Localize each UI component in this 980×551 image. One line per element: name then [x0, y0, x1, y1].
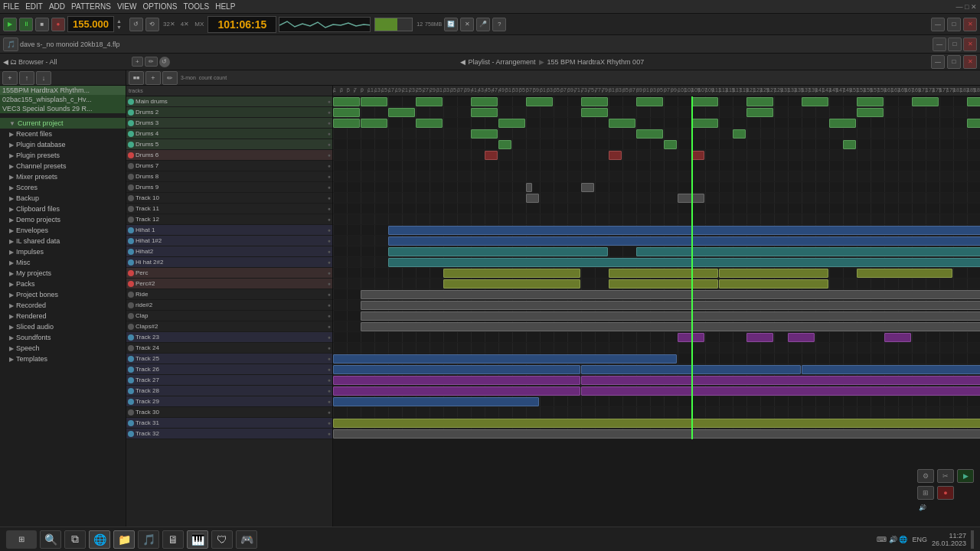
track-mute-3[interactable]: ●	[328, 131, 331, 136]
track-name-row-2[interactable]: Drums 3 ●	[126, 118, 332, 129]
clip-t4-s48[interactable]	[498, 140, 511, 149]
track-row-11[interactable]	[333, 214, 980, 225]
track-name-row-26[interactable]: Track 27 ●	[126, 375, 332, 386]
track-name-row-7[interactable]: Drums 8 ●	[126, 171, 332, 182]
playlist-max[interactable]: □	[947, 55, 961, 69]
clip-t0-s40[interactable]	[471, 97, 498, 106]
clip-t25-s0[interactable]	[333, 365, 580, 374]
browser-item-il-shared[interactable]: ▶ IL shared data	[0, 236, 126, 246]
clip-t17-s80[interactable]	[609, 279, 718, 289]
track-row-26[interactable]	[333, 375, 980, 386]
bpm-display[interactable]: 155.000	[67, 16, 114, 32]
clip-t26-s72[interactable]	[581, 376, 980, 385]
browser-nav-back[interactable]: ◀	[3, 58, 8, 66]
clip-t0-s152[interactable]	[857, 97, 884, 106]
clip-t0-s120[interactable]	[746, 97, 773, 106]
track-mute-0[interactable]: ●	[328, 99, 331, 104]
track-mute-2[interactable]: ●	[328, 120, 331, 126]
clip-t22-s132[interactable]	[788, 333, 815, 342]
track-name-row-4[interactable]: Drums 5 ●	[126, 139, 332, 150]
browser-item-misc[interactable]: ▶ Misc	[0, 257, 126, 268]
clip-t8-s72[interactable]	[581, 183, 594, 192]
track-mute-24[interactable]: ●	[328, 356, 331, 361]
track-name-row-16[interactable]: Perc ●	[126, 268, 332, 279]
track-mute-23[interactable]: ●	[328, 345, 331, 350]
browser-refresh-btn[interactable]: ↺	[159, 57, 170, 67]
clip-t14-s16[interactable]	[388, 247, 608, 256]
browser-item-backup[interactable]: ▶ Backup	[0, 193, 126, 204]
clip-t0-s184[interactable]	[967, 97, 980, 106]
track-row-3[interactable]	[333, 129, 980, 139]
browser-item-current-project[interactable]: ▼ Current project	[0, 118, 126, 129]
clip-t0-s0[interactable]	[333, 97, 360, 106]
track-row-23[interactable]	[333, 343, 980, 354]
track-name-row-30[interactable]: Track 31 ●	[126, 418, 332, 429]
track-row-22[interactable]	[333, 332, 980, 343]
track-name-row-9[interactable]: Track 10 ●	[126, 193, 332, 204]
corner-btn-2[interactable]: ✂	[937, 469, 954, 483]
menu-patterns[interactable]: PATTERNS	[71, 2, 111, 11]
clip-t5-s44[interactable]	[485, 151, 498, 160]
track-name-row-10[interactable]: Track 11 ●	[126, 204, 332, 214]
clip-t14-s88[interactable]	[636, 247, 980, 256]
clip-t17-s32[interactable]	[443, 279, 580, 289]
close-button[interactable]: ✕	[963, 18, 977, 31]
browser-add-btn[interactable]: +	[132, 57, 143, 67]
track-row-10[interactable]	[333, 204, 980, 214]
clip-t28-s0[interactable]	[333, 397, 539, 406]
pause-button[interactable]: ⏸	[19, 18, 33, 31]
browser-item-channel-presets[interactable]: ▶ Channel presets	[0, 161, 126, 171]
file-item-2[interactable]: VEC3 Special Sounds 29 R...	[0, 104, 126, 113]
taskbar-fl-studio[interactable]: 🎹	[187, 530, 208, 549]
track-name-row-11[interactable]: Track 12 ●	[126, 214, 332, 225]
clip-t27-s72[interactable]	[581, 386, 980, 396]
browser-item-sliced[interactable]: ▶ Sliced audio	[0, 321, 126, 332]
track-name-row-28[interactable]: Track 29 ●	[126, 396, 332, 407]
track-name-row-18[interactable]: Ride ●	[126, 289, 332, 300]
track-row-6[interactable]	[333, 161, 980, 171]
clip-t2-s8[interactable]	[361, 119, 387, 128]
browser-item-mixer-presets[interactable]: ▶ Mixer presets	[0, 171, 126, 182]
taskbar-game[interactable]: 🎮	[236, 530, 257, 549]
corner-btn-4[interactable]: ⊞	[917, 486, 934, 500]
browser-item-envelopes[interactable]: ▶ Envelopes	[0, 225, 126, 236]
track-mute-1[interactable]: ●	[328, 109, 331, 115]
track-name-row-27[interactable]: Track 28 ●	[126, 386, 332, 396]
clip-t9-s100[interactable]	[678, 194, 704, 203]
browser-item-recent-files[interactable]: ▶ Recent files	[0, 129, 126, 139]
clip-t24-s0[interactable]	[333, 354, 677, 364]
taskbar-media[interactable]: 🎵	[138, 530, 159, 549]
track-name-row-29[interactable]: Track 30 ●	[126, 407, 332, 418]
browser-item-soundfonts[interactable]: ▶ Soundfonts	[0, 332, 126, 343]
audio-btn[interactable]: ✕	[460, 18, 474, 31]
track-row-31[interactable]	[333, 429, 980, 439]
clip-t8-s56[interactable]	[526, 183, 532, 192]
track-row-5[interactable]	[333, 150, 980, 161]
clip-t16-s112[interactable]	[719, 269, 828, 278]
track-row-7[interactable]	[333, 171, 980, 182]
clip-t2-s24[interactable]	[416, 119, 443, 128]
clip-t15-s16[interactable]	[388, 258, 980, 267]
track-mute-4[interactable]: ●	[328, 142, 331, 147]
track-row-13[interactable]	[333, 236, 980, 246]
clip-t1-s72[interactable]	[581, 108, 608, 117]
show-desktop-btn[interactable]	[971, 530, 974, 549]
track-mute-26[interactable]: ●	[328, 377, 331, 383]
track-mute-14[interactable]: ●	[328, 249, 331, 254]
browser-item-plugin-presets[interactable]: ▶ Plugin presets	[0, 150, 126, 161]
track-row-25[interactable]	[333, 364, 980, 375]
track-name-row-25[interactable]: Track 26 ●	[126, 364, 332, 375]
track-mute-7[interactable]: ●	[328, 174, 331, 179]
clip-t0-s88[interactable]	[636, 97, 663, 106]
clip-t3-s40[interactable]	[471, 129, 498, 139]
taskbar-task-view[interactable]: ⧉	[64, 530, 86, 549]
browser-tb-add[interactable]: +	[2, 71, 18, 85]
menu-help[interactable]: HELP	[215, 2, 235, 11]
help-button[interactable]: ?	[492, 18, 506, 31]
track-row-14[interactable]	[333, 246, 980, 257]
clip-t1-s16[interactable]	[388, 108, 415, 117]
cpu-button[interactable]: 🔄	[444, 18, 458, 31]
clip-t1-s0[interactable]	[333, 108, 360, 117]
track-mute-8[interactable]: ●	[328, 184, 331, 190]
track-row-15[interactable]	[333, 257, 980, 268]
